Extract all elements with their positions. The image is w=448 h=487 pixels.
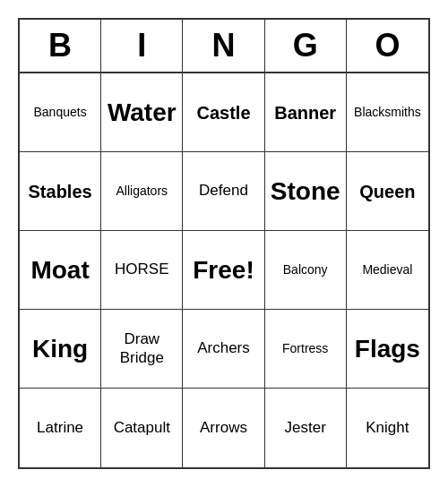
bingo-cell: HORSE [101,231,183,310]
bingo-card: BINGO BanquetsWaterCastleBannerBlacksmit… [18,18,430,469]
bingo-cell: Moat [20,231,101,310]
cell-text: Banquets [34,105,87,120]
cell-text: Fortress [282,341,328,356]
cell-text: Water [108,98,177,128]
bingo-cell: Latrine [20,389,101,467]
cell-text: Flags [355,334,420,364]
cell-text: King [32,334,88,364]
cell-text: Free! [193,255,254,286]
header-letter: B [20,20,101,72]
cell-text: Moat [30,255,89,286]
bingo-cell: Banquets [20,73,101,152]
bingo-cell: Stone [265,152,347,231]
bingo-cell: Knight [347,389,428,467]
bingo-cell: Flags [347,310,428,389]
cell-text: Defend [199,182,248,200]
cell-text: Banner [274,102,336,124]
cell-text: Draw Bridge [105,330,178,367]
bingo-cell: Jester [265,389,347,467]
header-letter: O [347,20,428,72]
bingo-cell: Defend [183,152,264,231]
bingo-cell: Medieval [347,231,428,310]
bingo-cell: King [20,310,101,389]
cell-text: Medieval [362,262,412,278]
bingo-cell: Draw Bridge [101,310,183,389]
bingo-cell: Stables [20,152,101,231]
bingo-cell: Balcony [265,231,347,310]
cell-text: Archers [197,339,250,357]
bingo-cell: Free! [183,231,264,310]
cell-text: Catapult [114,419,170,437]
cell-text: HORSE [115,261,168,278]
bingo-cell: Blacksmiths [347,73,428,152]
cell-text: Stables [29,181,92,202]
bingo-cell: Banner [265,73,347,152]
header-letter: N [183,20,264,72]
cell-text: Alligators [116,184,168,199]
bingo-cell: Queen [347,152,428,231]
bingo-cell: Catapult [101,389,183,467]
header-letter: I [101,20,183,72]
bingo-cell: Water [101,73,183,152]
bingo-cell: Alligators [101,152,183,231]
cell-text: Knight [366,419,409,437]
cell-text: Castle [196,102,250,124]
cell-text: Jester [285,419,326,437]
bingo-cell: Castle [183,73,264,152]
bingo-grid: BanquetsWaterCastleBannerBlacksmithsStab… [20,73,428,467]
cell-text: Latrine [37,419,83,437]
cell-text: Arrows [200,419,247,437]
cell-text: Blacksmiths [354,105,421,120]
cell-text: Balcony [283,262,328,278]
header-letter: G [265,20,347,72]
bingo-header: BINGO [20,20,428,73]
bingo-cell: Fortress [265,310,347,389]
bingo-cell: Arrows [183,389,264,467]
cell-text: Queen [359,181,415,202]
bingo-cell: Archers [183,310,264,389]
cell-text: Stone [271,176,340,207]
